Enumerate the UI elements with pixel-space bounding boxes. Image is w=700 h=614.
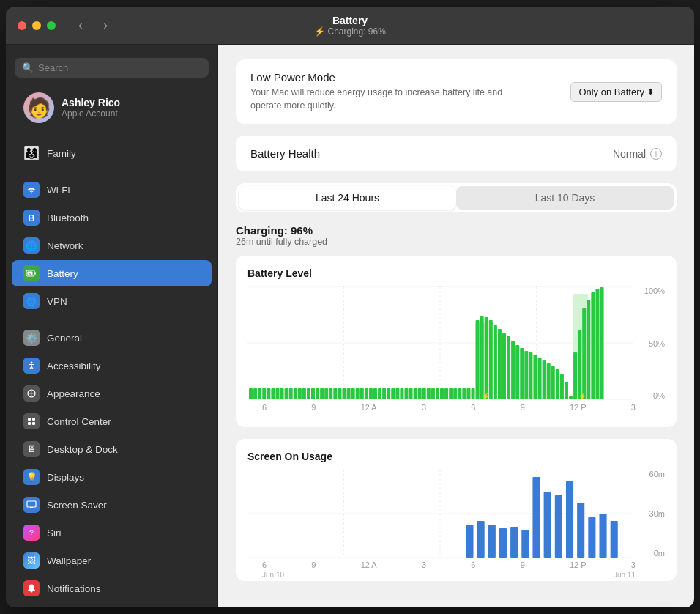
svg-rect-122 <box>611 521 618 558</box>
user-profile[interactable]: 🧑 Ashley Rico Apple Account <box>12 86 212 129</box>
sidebar-label-vpn: VPN <box>47 296 67 307</box>
sidebar-label-battery: Battery <box>47 268 78 279</box>
general-icon: ⚙️ <box>23 330 40 346</box>
svg-rect-1 <box>34 273 36 275</box>
low-power-select[interactable]: Only on Battery ⬍ <box>570 82 662 102</box>
svg-rect-7 <box>28 422 31 425</box>
last-24h-button[interactable]: Last 24 Hours <box>239 186 456 210</box>
svg-rect-37 <box>329 388 332 399</box>
svg-rect-20 <box>253 388 257 399</box>
svg-rect-69 <box>471 388 474 399</box>
sidebar-item-screensaver[interactable]: Screen Saver <box>12 492 212 518</box>
svg-rect-86 <box>543 360 546 399</box>
sidebar-label-accessibility: Accessibility <box>47 360 101 371</box>
screen-bars-svg <box>247 470 633 558</box>
search-box[interactable]: 🔍 <box>15 58 209 78</box>
svg-rect-8 <box>32 422 35 425</box>
svg-rect-85 <box>538 358 542 399</box>
svg-rect-87 <box>547 363 551 399</box>
sidebar-item-battery[interactable]: Battery <box>12 260 212 286</box>
svg-point-3 <box>31 362 33 364</box>
sidebar-item-wifi[interactable]: Wi-Fi <box>12 177 212 203</box>
svg-rect-68 <box>466 388 470 399</box>
sidebar-item-network[interactable]: 🌐 Network <box>12 232 212 259</box>
sidebar-item-siri[interactable]: Siri <box>12 519 212 546</box>
svg-rect-94 <box>573 352 577 399</box>
last-10d-button[interactable]: Last 10 Days <box>456 186 674 210</box>
svg-rect-34 <box>316 388 319 399</box>
screen-usage-chart: 6 9 12 A 3 6 9 12 P 3 Jun 10 Jun 11 <box>247 470 665 572</box>
svg-rect-53 <box>400 388 403 399</box>
svg-rect-66 <box>458 388 461 399</box>
svg-rect-115 <box>532 477 540 558</box>
svg-rect-30 <box>298 388 302 399</box>
battery-x-labels: 6 9 12 A 3 6 9 12 P 3 <box>247 400 665 412</box>
sidebar-item-accessibility[interactable]: Accessibility <box>12 352 212 379</box>
svg-rect-28 <box>289 388 293 399</box>
screen-usage-chart-section: Screen On Usage <box>236 439 677 581</box>
svg-rect-77 <box>502 333 506 399</box>
sidebar-item-bluetooth[interactable]: B Bluetooth <box>12 204 212 231</box>
svg-rect-24 <box>271 388 275 399</box>
svg-rect-40 <box>342 388 346 399</box>
svg-rect-98 <box>591 292 595 399</box>
user-account-label: Apple Account <box>62 108 120 119</box>
svg-rect-55 <box>409 388 413 399</box>
svg-rect-119 <box>577 503 584 558</box>
titlebar-subtitle: ⚡ Charging: 96% <box>314 26 386 37</box>
sidebar: 🔍 🧑 Ashley Rico Apple Account 👨‍👩‍👧 Fami… <box>6 45 218 607</box>
sidebar-item-vpn[interactable]: 🌐 VPN <box>12 288 212 314</box>
sidebar-item-notifications[interactable]: Notifications <box>12 575 212 602</box>
battery-y-labels: 100% 50% 0% <box>636 286 665 400</box>
sidebar-item-general[interactable]: ⚙️ General <box>12 325 212 351</box>
svg-rect-57 <box>418 388 422 399</box>
sidebar-label-siri: Siri <box>47 528 62 539</box>
sidebar-label-wifi: Wi-Fi <box>47 185 70 196</box>
svg-rect-46 <box>369 388 373 399</box>
sidebar-label-family: Family <box>47 148 76 159</box>
info-icon[interactable]: i <box>650 148 662 160</box>
forward-button[interactable]: › <box>95 15 116 36</box>
svg-rect-35 <box>320 388 324 399</box>
svg-rect-56 <box>414 388 417 399</box>
back-button[interactable]: ‹ <box>70 15 91 36</box>
maximize-button[interactable] <box>47 21 56 30</box>
family-icon: 👨‍👩‍👧 <box>23 145 40 161</box>
wallpaper-icon: 🖼 <box>23 552 40 569</box>
sidebar-label-appearance: Appearance <box>47 388 100 399</box>
svg-rect-80 <box>515 345 519 399</box>
bluetooth-icon: B <box>23 210 40 226</box>
sidebar-label-displays: Displays <box>47 472 84 483</box>
charging-info: Charging: 96% 26m until fully charged <box>236 224 677 247</box>
search-input[interactable] <box>38 62 201 73</box>
minimize-button[interactable] <box>32 21 41 30</box>
sidebar-item-controlcenter[interactable]: Control Center <box>12 408 212 434</box>
close-button[interactable] <box>18 21 26 30</box>
titlebar-center: Battery ⚡ Charging: 96% <box>314 15 386 37</box>
battery-level-chart-section: Battery Level <box>236 256 677 427</box>
svg-rect-62 <box>440 388 444 399</box>
svg-rect-44 <box>360 388 364 399</box>
sidebar-item-desktop[interactable]: 🖥 Desktop & Dock <box>12 436 212 462</box>
low-power-option: Only on Battery <box>578 86 644 97</box>
svg-rect-90 <box>560 374 564 399</box>
sidebar-item-wallpaper[interactable]: 🖼 Wallpaper <box>12 547 212 574</box>
svg-rect-63 <box>444 388 448 399</box>
screensaver-icon <box>23 497 40 513</box>
svg-rect-73 <box>485 317 488 399</box>
svg-text:⚡: ⚡ <box>578 392 587 400</box>
accessibility-icon <box>23 358 40 374</box>
sidebar-label-bluetooth: Bluetooth <box>47 212 89 223</box>
svg-rect-74 <box>489 320 493 399</box>
sidebar-item-appearance[interactable]: Appearance <box>12 380 212 407</box>
svg-rect-113 <box>510 527 518 558</box>
titlebar-nav: ‹ › <box>70 15 116 36</box>
svg-rect-88 <box>551 366 555 399</box>
sidebar-item-family[interactable]: 👨‍👩‍👧 Family <box>12 140 212 166</box>
battery-health-label: Battery Health <box>250 147 320 160</box>
svg-rect-82 <box>524 351 528 399</box>
svg-rect-39 <box>338 388 341 399</box>
svg-rect-51 <box>391 388 395 399</box>
sidebar-label-controlcenter: Control Center <box>47 416 111 427</box>
sidebar-item-displays[interactable]: 💡 Displays <box>12 464 212 490</box>
